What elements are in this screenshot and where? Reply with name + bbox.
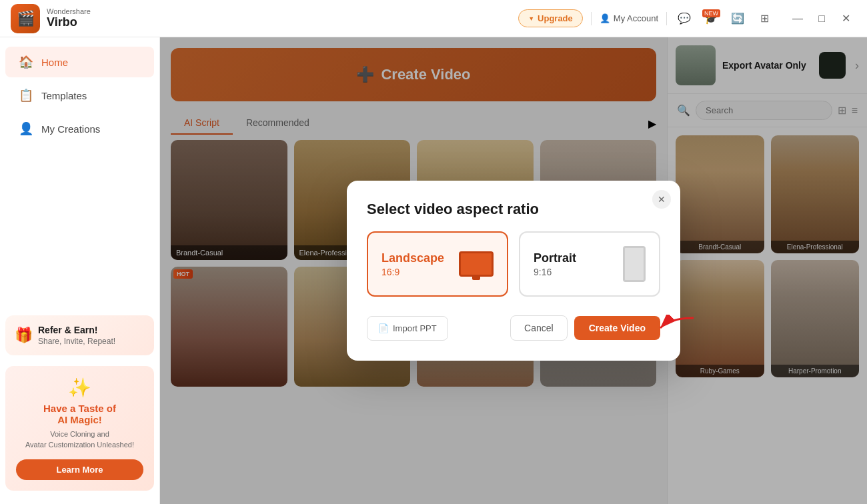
ppt-icon: 📄 bbox=[378, 323, 389, 333]
account-label: My Account bbox=[614, 13, 658, 23]
cancel-button[interactable]: Cancel bbox=[510, 315, 568, 341]
account-button[interactable]: 👤 My Account bbox=[600, 13, 658, 23]
gift-icon: 🎁 bbox=[15, 327, 33, 344]
portrait-ratio: 9:16 bbox=[534, 267, 576, 277]
new-badge: NEW bbox=[702, 9, 720, 17]
home-icon: 🏠 bbox=[19, 55, 33, 69]
portrait-icon bbox=[623, 246, 646, 282]
landscape-icon bbox=[459, 251, 494, 277]
modal-actions: Cancel Create Video bbox=[510, 315, 660, 341]
app-name-block: Wondershare Virbo bbox=[47, 7, 91, 29]
modal-overlay: ✕ Select video aspect ratio Landscape 16… bbox=[160, 37, 867, 504]
aspect-portrait[interactable]: Portrait 9:16 bbox=[519, 231, 660, 297]
sidebar: 🏠 Home 📋 Templates 👤 My Creations 🎁 Refe… bbox=[0, 37, 160, 504]
logo-icon: 🎬 bbox=[17, 10, 35, 27]
window-controls: — □ ✕ bbox=[787, 8, 856, 29]
landscape-info: Landscape 16:9 bbox=[381, 251, 444, 277]
aspect-options: Landscape 16:9 Portrait 9:16 bbox=[367, 231, 660, 297]
portrait-info: Portrait 9:16 bbox=[534, 251, 576, 277]
education-icon[interactable]: 🎓 NEW bbox=[702, 9, 720, 28]
maximize-button[interactable]: □ bbox=[811, 8, 832, 29]
modal-title: Select video aspect ratio bbox=[367, 201, 660, 218]
account-icon: 👤 bbox=[600, 13, 610, 23]
app-logo: 🎬 bbox=[11, 4, 40, 33]
upgrade-button[interactable]: Upgrade bbox=[518, 9, 583, 27]
sidebar-item-home[interactable]: 🏠 Home bbox=[5, 47, 154, 77]
landscape-ratio: 16:9 bbox=[381, 267, 444, 277]
aspect-ratio-modal: ✕ Select video aspect ratio Landscape 16… bbox=[347, 181, 680, 361]
ai-magic-card: ✨ Have a Taste of AI Magic! Voice Clonin… bbox=[5, 366, 154, 491]
titlebar: 🎬 Wondershare Virbo Upgrade 👤 My Account… bbox=[0, 0, 867, 37]
sidebar-spacer bbox=[0, 145, 159, 310]
sidebar-item-templates[interactable]: 📋 Templates bbox=[5, 80, 154, 111]
magic-icon: ✨ bbox=[16, 377, 143, 399]
create-video-wrap: Create Video bbox=[574, 316, 660, 340]
brand-name: Wondershare bbox=[47, 7, 91, 15]
modal-footer: 📄 Import PPT Cancel Create Video bbox=[367, 315, 660, 341]
sidebar-home-label: Home bbox=[41, 57, 68, 68]
grid-icon[interactable]: ⊞ bbox=[755, 9, 774, 28]
separator-1 bbox=[591, 12, 592, 25]
chat-icon[interactable]: 💬 bbox=[675, 9, 694, 28]
sidebar-creations-label: My Creations bbox=[41, 123, 100, 135]
close-button[interactable]: ✕ bbox=[835, 8, 856, 29]
main-area: ➕ Create Video AI Script Recommended ▶ B… bbox=[160, 37, 867, 504]
minimize-button[interactable]: — bbox=[787, 8, 808, 29]
aspect-landscape[interactable]: Landscape 16:9 bbox=[367, 231, 508, 297]
learn-more-button[interactable]: Learn More bbox=[16, 459, 143, 480]
refer-earn-title: Refer & Earn! bbox=[38, 325, 115, 335]
refresh-icon[interactable]: 🔄 bbox=[728, 9, 747, 28]
import-ppt-button[interactable]: 📄 Import PPT bbox=[367, 316, 448, 341]
landscape-icon-wrap bbox=[459, 251, 494, 277]
templates-icon: 📋 bbox=[19, 88, 33, 103]
app-body: 🏠 Home 📋 Templates 👤 My Creations 🎁 Refe… bbox=[0, 37, 867, 504]
refer-earn-card: 🎁 Refer & Earn! Share, Invite, Repeat! bbox=[5, 315, 154, 355]
refer-earn-subtitle: Share, Invite, Repeat! bbox=[38, 337, 115, 346]
magic-subtitle: Voice Cloning andAvatar Customization Un… bbox=[16, 429, 143, 450]
arrow-annotation bbox=[657, 315, 697, 341]
separator-2 bbox=[666, 12, 667, 25]
sidebar-templates-label: Templates bbox=[41, 90, 87, 101]
app-branding: 🎬 Wondershare Virbo bbox=[11, 4, 91, 33]
landscape-label: Landscape bbox=[381, 251, 444, 265]
product-name: Virbo bbox=[47, 15, 91, 29]
my-creations-icon: 👤 bbox=[19, 121, 33, 136]
magic-title: Have a Taste of AI Magic! bbox=[16, 403, 143, 425]
create-video-button[interactable]: Create Video bbox=[574, 316, 660, 340]
sidebar-item-my-creations[interactable]: 👤 My Creations bbox=[5, 113, 154, 144]
portrait-label: Portrait bbox=[534, 251, 576, 265]
modal-close-button[interactable]: ✕ bbox=[652, 190, 671, 209]
titlebar-actions: Upgrade 👤 My Account 💬 🎓 NEW 🔄 ⊞ — □ ✕ bbox=[518, 8, 856, 29]
